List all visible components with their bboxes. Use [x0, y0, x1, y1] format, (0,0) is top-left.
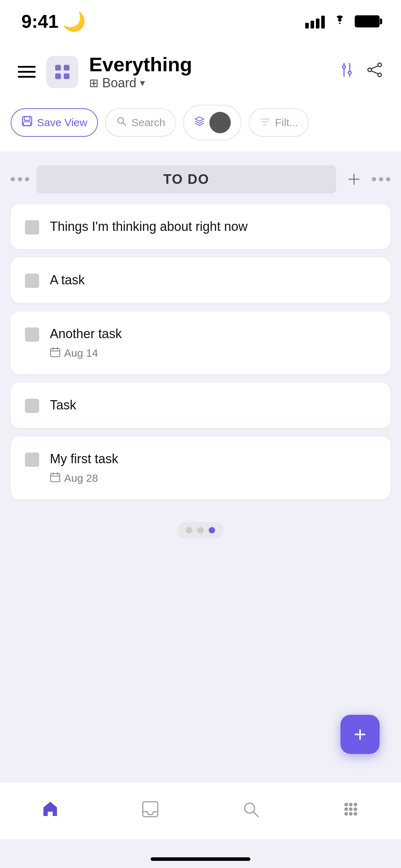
header-left: Everything ⊞ Board ▾ — [18, 53, 192, 91]
task-checkbox[interactable] — [25, 399, 39, 413]
moon-icon: 🌙 — [63, 11, 86, 32]
column-title-text: TO DO — [163, 172, 209, 187]
task-checkbox[interactable] — [25, 220, 39, 234]
calendar-icon — [50, 347, 61, 360]
search-button[interactable]: Search — [105, 108, 176, 137]
add-task-button[interactable] — [343, 169, 365, 190]
svg-point-37 — [354, 807, 357, 811]
task-card[interactable]: A task — [11, 258, 390, 303]
svg-point-40 — [354, 812, 357, 816]
svg-line-31 — [253, 812, 258, 817]
svg-point-7 — [368, 68, 371, 72]
calendar-icon — [50, 472, 61, 485]
svg-point-33 — [349, 803, 353, 806]
column-title: TO DO — [36, 165, 336, 193]
column-header: TO DO — [11, 165, 390, 193]
status-filter-button[interactable] — [183, 105, 241, 140]
task-checkbox[interactable] — [25, 327, 39, 342]
pagination-dot[interactable] — [186, 527, 192, 533]
header-subtitle[interactable]: ⊞ Board ▾ — [89, 76, 192, 91]
share-icon[interactable] — [366, 61, 383, 82]
svg-line-9 — [371, 66, 378, 69]
task-content: Another task Aug 14 — [50, 326, 376, 360]
svg-rect-12 — [24, 117, 30, 120]
wifi-icon — [332, 14, 348, 30]
task-title: Another task — [50, 326, 376, 342]
task-date: Aug 14 — [50, 347, 376, 360]
task-content: Task — [50, 397, 376, 414]
board-content: TO DO Things I'm thinking about right no… — [0, 151, 401, 560]
filter-icon — [259, 115, 271, 130]
status-time: 9:41 🌙 — [21, 11, 86, 32]
status-bar: 9:41 🌙 — [0, 0, 401, 43]
task-date: Aug 28 — [50, 472, 376, 485]
svg-point-38 — [344, 812, 348, 816]
svg-line-15 — [123, 123, 126, 125]
task-content: Things I'm thinking about right now — [50, 218, 376, 235]
task-card[interactable]: Things I'm thinking about right now — [11, 204, 390, 249]
header-actions — [338, 61, 383, 82]
board-label: Board — [102, 76, 136, 91]
time-display: 9:41 — [21, 11, 58, 32]
svg-line-10 — [371, 71, 378, 74]
nav-search[interactable] — [234, 792, 267, 830]
left-dots[interactable] — [11, 177, 29, 181]
fab-add-button[interactable]: + — [340, 715, 380, 754]
nav-grid[interactable] — [334, 792, 368, 830]
task-title: A task — [50, 272, 376, 289]
menu-button[interactable] — [18, 66, 36, 78]
pagination — [11, 508, 390, 546]
avatar — [209, 112, 231, 133]
task-date-text: Aug 14 — [64, 347, 98, 359]
save-view-label: Save View — [37, 117, 87, 129]
task-checkbox[interactable] — [25, 453, 39, 467]
save-icon — [21, 115, 33, 130]
battery-icon — [355, 15, 380, 27]
nav-inbox[interactable] — [134, 792, 167, 830]
svg-point-35 — [344, 807, 348, 811]
task-title: My first task — [50, 451, 376, 467]
svg-point-32 — [344, 803, 348, 806]
svg-rect-13 — [24, 122, 31, 125]
task-content: A task — [50, 272, 376, 289]
board-icon: ⊞ — [89, 76, 99, 90]
filter-sliders-icon[interactable] — [338, 61, 355, 82]
svg-point-39 — [349, 812, 353, 816]
svg-rect-21 — [51, 348, 60, 357]
svg-point-34 — [354, 803, 357, 806]
task-date-text: Aug 28 — [64, 472, 98, 484]
search-nav-icon — [241, 800, 260, 823]
task-card[interactable]: My first task Aug 28 — [11, 436, 390, 499]
filter-label: Filt... — [275, 117, 298, 129]
save-view-button[interactable]: Save View — [11, 108, 98, 137]
task-title: Task — [50, 397, 376, 414]
svg-point-36 — [349, 807, 353, 811]
pagination-dot-active[interactable] — [209, 527, 215, 533]
bottom-nav — [0, 782, 401, 839]
fab-icon: + — [354, 724, 366, 745]
search-icon — [116, 115, 127, 130]
layers-icon — [194, 115, 205, 130]
svg-rect-25 — [51, 474, 60, 482]
status-icons — [305, 14, 380, 30]
signal-icon — [305, 14, 325, 29]
pagination-pill — [177, 522, 224, 538]
svg-point-8 — [378, 73, 381, 77]
toolbar: Save View Search Filt. — [0, 98, 401, 151]
pagination-dot[interactable] — [197, 527, 204, 533]
filter-button[interactable]: Filt... — [249, 108, 309, 137]
task-card[interactable]: Task — [11, 383, 390, 428]
task-checkbox[interactable] — [25, 274, 39, 288]
page-title: Everything — [89, 53, 192, 76]
header-title-block: Everything ⊞ Board ▾ — [89, 53, 192, 91]
svg-point-6 — [378, 63, 381, 67]
task-card[interactable]: Another task Aug 14 — [11, 311, 390, 374]
home-icon — [41, 800, 60, 823]
task-content: My first task Aug 28 — [50, 451, 376, 485]
search-label: Search — [131, 117, 165, 129]
nav-home[interactable] — [33, 792, 67, 830]
task-title: Things I'm thinking about right now — [50, 218, 376, 235]
inbox-icon — [141, 800, 160, 823]
right-dots[interactable] — [372, 177, 390, 181]
home-indicator — [151, 857, 250, 861]
